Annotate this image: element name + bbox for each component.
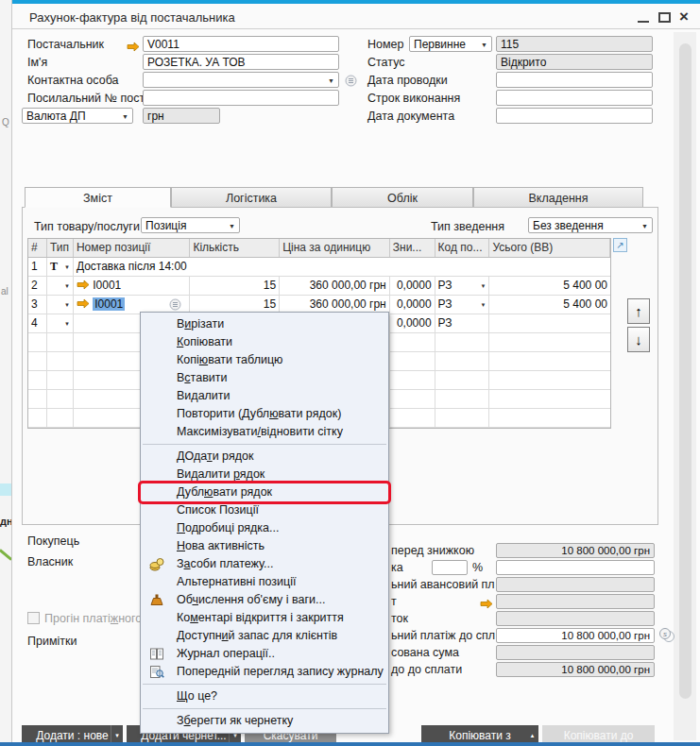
item-type-select[interactable]: Позиція▼ [141, 217, 240, 233]
column-header[interactable]: Код по... [435, 239, 490, 257]
row-type-cell[interactable] [47, 333, 74, 351]
menu-item[interactable]: Що це? [141, 687, 388, 705]
column-header[interactable]: Зни... [390, 239, 435, 257]
total-cell[interactable]: 5 400 00 [489, 296, 610, 314]
discount-cell[interactable] [390, 409, 435, 427]
menu-item[interactable]: Дублювати рядок [141, 483, 388, 501]
menu-item[interactable]: Обчислення об'єму і ваги... [141, 591, 388, 609]
menu-item[interactable]: Подробиці рядка... [141, 519, 388, 537]
link-arrow-icon[interactable] [77, 280, 90, 290]
column-header[interactable]: Кількість [190, 239, 280, 257]
menu-item[interactable]: Засоби платежу... [141, 555, 388, 573]
menu-item[interactable]: Видалити рядок [141, 466, 388, 483]
menu-item[interactable]: Копіювати [141, 333, 388, 351]
tax-code-cell[interactable]: РЗ▼ [435, 277, 490, 295]
column-header[interactable]: Ціна за одиницю [280, 239, 390, 257]
row-type-cell[interactable] [47, 409, 74, 427]
discount-cell[interactable] [390, 390, 435, 408]
maximize-grid-icon[interactable]: ↗ [613, 238, 627, 252]
column-header[interactable]: Номер позиції [74, 239, 191, 257]
supplier-field[interactable]: V0011 [143, 36, 339, 52]
row-number-cell[interactable]: 3 [28, 296, 47, 314]
contact-person-select[interactable]: ▼ [143, 72, 339, 88]
menu-item[interactable]: Попередній перегляд запису журналу [141, 663, 388, 681]
tab-accounting[interactable]: Облік [332, 187, 473, 208]
row-number-cell[interactable] [28, 390, 47, 408]
choose-list-icon[interactable] [345, 74, 357, 86]
minimize-icon[interactable] [638, 21, 649, 23]
menu-item[interactable]: Вирізати [141, 315, 388, 333]
tax-code-cell[interactable] [435, 390, 490, 408]
tax-code-cell[interactable] [435, 333, 490, 351]
row-number-cell[interactable]: 2 [28, 277, 47, 295]
total-cell[interactable] [489, 371, 610, 389]
tax-code-cell[interactable]: РЗ [435, 314, 490, 332]
menu-item[interactable]: Коментарі відкриття і закриття [141, 609, 388, 627]
tax-code-cell[interactable] [435, 352, 490, 370]
name-field[interactable]: РОЗЕТКА. УА ТОВ [143, 54, 339, 70]
discount-percent-field[interactable] [432, 560, 468, 575]
row-type-cell[interactable] [47, 371, 74, 389]
total-value-field[interactable]: 10 800 000,00 грн [496, 628, 655, 643]
row-number-cell[interactable] [28, 371, 47, 389]
total-value-field[interactable] [496, 560, 655, 575]
payment-means-icon[interactable]: s [658, 627, 675, 647]
row-type-cell[interactable]: ▼ [47, 314, 74, 332]
discount-cell[interactable]: 0,0000 [390, 296, 435, 314]
row-type-cell[interactable]: ▼ [47, 296, 74, 314]
quantity-cell[interactable]: 15 [190, 277, 280, 295]
currency-select[interactable]: Валюта ДП▼ [22, 108, 133, 124]
tab-content[interactable]: Зміст [25, 187, 171, 208]
tax-code-cell[interactable] [435, 371, 490, 389]
total-cell[interactable] [489, 333, 610, 351]
ref-number-field[interactable] [143, 90, 339, 106]
menu-item[interactable]: Нова активність [141, 537, 388, 555]
row-number-cell[interactable] [28, 409, 47, 427]
row-down-button[interactable]: ↓ [627, 327, 650, 352]
close-icon[interactable]: × [679, 8, 689, 26]
scrollbar-thumb[interactable] [679, 43, 691, 699]
number-type-select[interactable]: Первинне▼ [409, 36, 492, 52]
row-number-cell[interactable] [28, 352, 47, 370]
row-number-cell[interactable] [28, 333, 47, 351]
column-header[interactable]: Усього (ВВ) [489, 239, 610, 257]
choose-list-icon[interactable] [169, 298, 181, 311]
total-cell[interactable] [489, 314, 610, 332]
total-cell[interactable]: 5 400 00 [489, 277, 610, 295]
row-type-cell[interactable] [47, 390, 74, 408]
total-cell[interactable] [489, 409, 610, 427]
due-date-field[interactable] [496, 90, 653, 106]
row-up-button[interactable]: ↑ [627, 298, 650, 324]
summary-type-select[interactable]: Без зведення▼ [528, 217, 653, 233]
discount-cell[interactable] [390, 333, 435, 351]
menu-item[interactable]: Видалити [141, 387, 388, 405]
menu-item[interactable]: Список Позиції [141, 501, 388, 519]
menu-item[interactable]: Вставити [141, 369, 388, 387]
column-header[interactable]: # [28, 239, 47, 257]
row-type-cell[interactable]: ▼ [47, 277, 74, 295]
discount-cell[interactable]: 0,0000 [390, 277, 435, 295]
total-cell[interactable] [489, 352, 610, 370]
menu-item[interactable]: Альтернативні позиції [141, 573, 388, 591]
tab-attachments[interactable]: Вкладення [473, 187, 643, 208]
unit-price-cell[interactable]: 360 000,00 грн [280, 277, 390, 295]
payment-run-checkbox[interactable] [27, 612, 40, 624]
link-arrow-icon[interactable] [77, 298, 90, 309]
column-header[interactable]: Тип [47, 239, 74, 257]
total-cell[interactable] [489, 390, 610, 408]
row-type-cell[interactable]: T▼ [47, 258, 74, 276]
menu-item[interactable]: Доступний запас для клієнтів [141, 627, 388, 645]
discount-cell[interactable] [390, 352, 435, 370]
discount-cell[interactable]: 0,0000 [390, 314, 435, 332]
menu-item[interactable]: Повторити (Дублювати рядок) [141, 405, 388, 423]
link-arrow-icon[interactable] [480, 596, 493, 606]
row-type-cell[interactable] [47, 352, 74, 370]
tab-logistics[interactable]: Логістика [171, 187, 332, 208]
menu-item[interactable]: ДОдати рядок [141, 448, 388, 466]
row-number-cell[interactable]: 1 [28, 258, 47, 276]
tax-code-cell[interactable] [435, 409, 490, 427]
discount-cell[interactable] [390, 371, 435, 389]
menu-item[interactable]: Максимізувати/відновити сітку [141, 423, 388, 441]
posting-date-field[interactable] [496, 72, 653, 88]
maximize-icon[interactable] [658, 12, 671, 23]
